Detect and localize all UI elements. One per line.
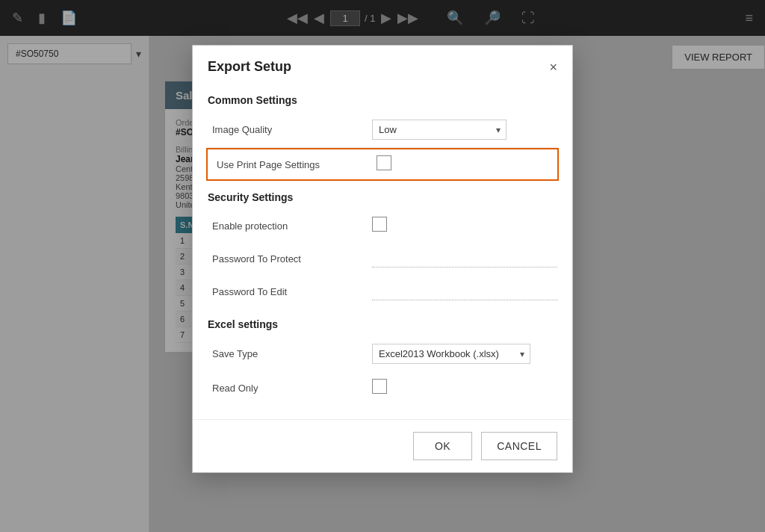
dialog-close-button[interactable]: × xyxy=(549,61,557,74)
export-setup-dialog: Export Setup × Common Settings Image Qua… xyxy=(192,45,573,473)
enable-protection-checkbox[interactable] xyxy=(372,217,387,232)
read-only-row: Read Only xyxy=(208,371,557,404)
password-protect-control[interactable] xyxy=(372,250,557,267)
cancel-button[interactable]: CANCEL xyxy=(481,432,557,460)
read-only-checkbox[interactable] xyxy=(372,379,387,394)
image-quality-select[interactable]: Low Medium High xyxy=(372,120,507,140)
excel-settings-header: Excel settings xyxy=(208,308,557,336)
use-print-page-row: Use Print Page Settings xyxy=(206,148,559,181)
password-edit-label: Password To Edit xyxy=(208,286,372,297)
read-only-control[interactable] xyxy=(372,379,557,397)
password-edit-row: Password To Edit xyxy=(208,275,557,308)
password-protect-label: Password To Protect xyxy=(208,253,372,265)
use-print-page-control[interactable] xyxy=(377,155,553,173)
save-type-label: Save Type xyxy=(208,348,372,359)
dialog-footer: OK CANCEL xyxy=(193,419,572,472)
save-type-control[interactable]: Excel2013 Workbook (.xlsx) Excel97-2003 … xyxy=(372,344,557,364)
password-protect-input[interactable] xyxy=(372,250,557,267)
dialog-body: Common Settings Image Quality Low Medium… xyxy=(193,84,572,413)
ok-button[interactable]: OK xyxy=(413,432,472,460)
dialog-header: Export Setup × xyxy=(193,46,572,84)
save-type-select[interactable]: Excel2013 Workbook (.xlsx) Excel97-2003 … xyxy=(372,344,530,364)
read-only-label: Read Only xyxy=(208,383,372,394)
save-type-row: Save Type Excel2013 Workbook (.xlsx) Exc… xyxy=(208,336,557,371)
enable-protection-control[interactable] xyxy=(372,217,557,235)
enable-protection-label: Enable protection xyxy=(208,220,372,232)
security-settings-header: Security Settings xyxy=(208,181,557,209)
enable-protection-row: Enable protection xyxy=(208,209,557,242)
password-protect-row: Password To Protect xyxy=(208,242,557,275)
image-quality-row: Image Quality Low Medium High xyxy=(208,112,557,147)
image-quality-control[interactable]: Low Medium High xyxy=(372,120,557,140)
password-edit-control[interactable] xyxy=(372,282,557,300)
use-print-page-label: Use Print Page Settings xyxy=(212,159,377,170)
use-print-page-checkbox[interactable] xyxy=(377,155,391,170)
image-quality-label: Image Quality xyxy=(208,124,372,135)
common-settings-header: Common Settings xyxy=(208,84,557,112)
password-edit-input[interactable] xyxy=(372,282,557,300)
save-type-select-wrapper[interactable]: Excel2013 Workbook (.xlsx) Excel97-2003 … xyxy=(372,344,530,364)
image-quality-select-wrapper[interactable]: Low Medium High xyxy=(372,120,507,140)
dialog-title: Export Setup xyxy=(208,59,291,75)
